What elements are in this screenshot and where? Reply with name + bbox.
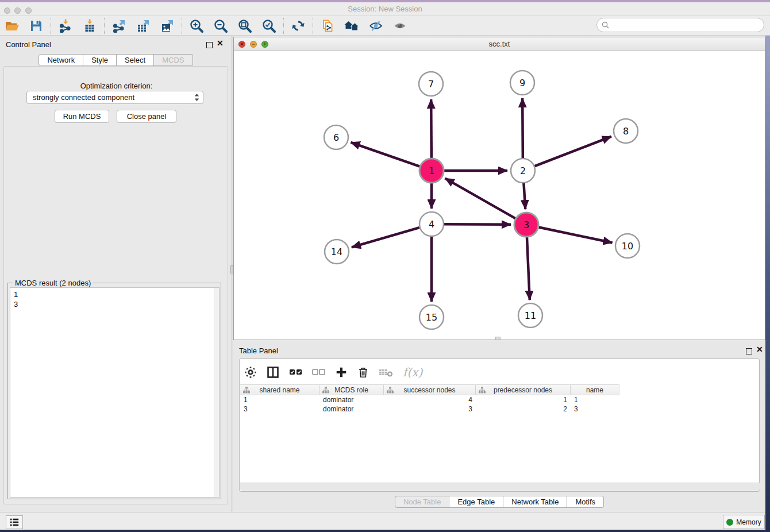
tab-motifs[interactable]: Motifs xyxy=(567,496,604,508)
zoom-selected-icon[interactable] xyxy=(257,17,281,35)
select-all-icon[interactable] xyxy=(289,367,303,377)
tab-network-table[interactable]: Network Table xyxy=(503,496,567,508)
node-6[interactable]: 6 xyxy=(324,125,348,149)
network-resize-grip[interactable] xyxy=(495,337,500,340)
function-builder-icon: f(x) xyxy=(403,365,422,379)
optimization-criterion-select[interactable]: strongly connected component xyxy=(26,91,203,104)
main-toolbar xyxy=(0,16,770,36)
node-1[interactable]: 1 xyxy=(419,159,444,183)
table-settings-gear-icon[interactable] xyxy=(244,366,257,379)
close-panel-button[interactable]: Close panel xyxy=(117,110,176,123)
save-session-icon[interactable] xyxy=(24,17,48,35)
import-network-icon[interactable] xyxy=(53,17,78,35)
edge-1-6[interactable] xyxy=(351,142,419,167)
node-7[interactable]: 7 xyxy=(419,72,443,96)
edge-3-10[interactable] xyxy=(539,228,613,243)
zoom-in-icon[interactable] xyxy=(184,17,209,35)
result-scrollbar[interactable] xyxy=(214,288,219,497)
column-header-shared-name[interactable]: shared name xyxy=(240,385,319,395)
search-input[interactable] xyxy=(612,21,764,29)
column-header-successor-nodes[interactable]: successor nodes xyxy=(384,385,476,395)
hierarchy-icon xyxy=(387,387,394,394)
table-row[interactable]: 3 dominator 3 2 3 xyxy=(240,404,619,414)
zoom-window-icon[interactable] xyxy=(25,7,32,14)
float-panel-icon[interactable] xyxy=(206,40,213,51)
tab-mcds[interactable]: MCDS xyxy=(154,54,192,66)
search-field[interactable] xyxy=(596,18,764,32)
control-panel-title: Control Panel xyxy=(6,40,51,49)
node-8[interactable]: 8 xyxy=(614,119,638,143)
window-title: Session: New Session xyxy=(0,2,770,16)
add-column-icon[interactable] xyxy=(335,366,348,379)
svg-text:3: 3 xyxy=(523,219,529,230)
tab-edge-table[interactable]: Edge Table xyxy=(449,496,503,508)
run-mcds-button[interactable]: Run MCDS xyxy=(55,110,109,123)
minimize-window-icon[interactable] xyxy=(14,7,21,14)
node-9[interactable]: 9 xyxy=(510,71,534,95)
table-header-row: shared name MCDS role successor nodes pr… xyxy=(240,384,619,395)
network-minimize-icon[interactable]: − xyxy=(250,41,257,48)
main-area: Control Panel ✕ Network Style Select MCD… xyxy=(0,36,765,512)
refresh-icon[interactable] xyxy=(286,17,310,35)
toolbar-separator xyxy=(182,18,182,34)
traffic-lights[interactable] xyxy=(4,6,32,16)
close-window-icon[interactable] xyxy=(4,7,10,14)
edge-4-14[interactable] xyxy=(352,228,419,247)
memory-label: Memory xyxy=(736,518,761,526)
table-row[interactable]: 1 dominator 4 1 1 xyxy=(240,395,619,404)
toolbar-separator xyxy=(313,18,313,34)
memory-button[interactable]: Memory xyxy=(723,515,765,529)
hide-selected-icon[interactable] xyxy=(364,17,388,35)
tab-select[interactable]: Select xyxy=(117,54,154,66)
deselect-all-icon[interactable] xyxy=(312,367,326,377)
node-11[interactable]: 11 xyxy=(518,303,542,327)
edge-3-11[interactable] xyxy=(527,237,530,300)
first-neighbors-icon[interactable] xyxy=(340,17,364,35)
node-4[interactable]: 4 xyxy=(419,212,444,236)
tab-style[interactable]: Style xyxy=(83,54,117,66)
zoom-out-icon[interactable] xyxy=(209,17,233,35)
show-columns-icon[interactable] xyxy=(266,365,280,379)
edge-3-1[interactable] xyxy=(445,178,515,218)
close-table-panel-icon[interactable]: ✕ xyxy=(756,346,763,353)
network-maximize-icon[interactable]: + xyxy=(261,41,268,48)
edge-1-7[interactable] xyxy=(431,99,432,158)
export-network-icon[interactable] xyxy=(107,17,131,35)
node-14[interactable]: 14 xyxy=(325,240,349,264)
table-panel: Table Panel ✕ f(x) shared name MCDS role… xyxy=(233,342,765,512)
float-table-panel-icon[interactable] xyxy=(746,346,752,357)
node-10[interactable]: 10 xyxy=(615,234,640,258)
export-image-icon[interactable] xyxy=(155,17,179,35)
column-header-mcds-role[interactable]: MCDS role xyxy=(319,385,384,395)
tab-node-table[interactable]: Node Table xyxy=(395,496,450,508)
mcds-result-group: MCDS result (2 nodes) 1 3 xyxy=(7,283,221,499)
node-3[interactable]: 3 xyxy=(514,213,538,237)
svg-text:8: 8 xyxy=(623,126,629,137)
import-table-icon[interactable] xyxy=(78,17,102,35)
show-all-icon[interactable] xyxy=(388,17,412,35)
edge-2-3[interactable] xyxy=(523,183,525,209)
column-header-name[interactable]: name xyxy=(571,385,619,395)
network-close-icon[interactable]: ✕ xyxy=(238,41,245,48)
edge-4-3[interactable] xyxy=(444,224,511,225)
task-history-button[interactable] xyxy=(6,515,23,529)
open-session-icon[interactable] xyxy=(0,17,24,35)
network-window-titlebar[interactable]: ✕ − + scc.txt xyxy=(234,37,765,51)
column-header-predecessor-nodes[interactable]: predecessor nodes xyxy=(476,385,571,395)
mcds-result-textarea[interactable]: 1 3 xyxy=(10,287,220,498)
toolbar-separator xyxy=(104,18,105,34)
zoom-fit-icon[interactable] xyxy=(233,17,257,35)
delete-column-icon[interactable] xyxy=(357,366,369,379)
table-horizontal-scrollbar[interactable] xyxy=(240,483,760,491)
network-graph[interactable]: 7961284314101511 xyxy=(234,51,765,340)
duplicate-network-icon[interactable] xyxy=(315,17,340,35)
control-panel-tabs: Network Style Select MCDS xyxy=(0,54,232,66)
close-panel-icon[interactable]: ✕ xyxy=(217,40,224,47)
tab-network[interactable]: Network xyxy=(38,54,83,66)
svg-text:7: 7 xyxy=(428,79,434,90)
export-table-icon[interactable] xyxy=(131,17,155,35)
node-15[interactable]: 15 xyxy=(419,305,444,329)
node-2[interactable]: 2 xyxy=(511,159,535,183)
edge-2-9[interactable] xyxy=(522,98,523,158)
edge-2-8[interactable] xyxy=(535,137,611,166)
